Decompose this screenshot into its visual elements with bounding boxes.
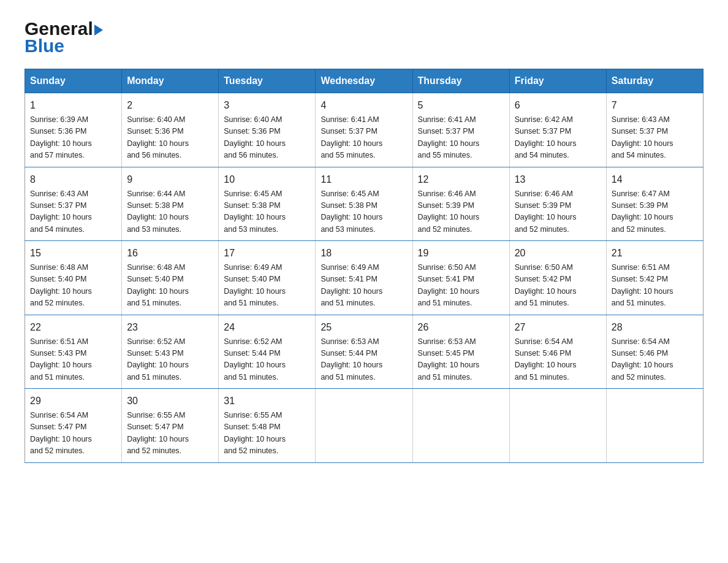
calendar-cell	[606, 389, 703, 463]
day-number: 2	[127, 98, 213, 113]
day-number: 31	[224, 394, 310, 408]
logo-blue-text: Blue	[25, 36, 64, 56]
day-number: 11	[320, 172, 407, 187]
calendar-cell: 24Sunrise: 6:52 AMSunset: 5:44 PMDayligh…	[219, 315, 316, 389]
weekday-header-saturday: Saturday	[606, 69, 703, 93]
calendar-table: SundayMondayTuesdayWednesdayThursdayFrid…	[25, 69, 703, 463]
calendar-cell: 17Sunrise: 6:49 AMSunset: 5:40 PMDayligh…	[219, 241, 316, 315]
weekday-header-friday: Friday	[509, 69, 606, 93]
week-row-5: 29Sunrise: 6:54 AMSunset: 5:47 PMDayligh…	[25, 389, 703, 463]
calendar-cell: 3Sunrise: 6:40 AMSunset: 5:36 PMDaylight…	[219, 93, 316, 167]
calendar-cell: 10Sunrise: 6:45 AMSunset: 5:38 PMDayligh…	[219, 167, 316, 241]
calendar-cell	[316, 389, 412, 463]
day-number: 19	[418, 246, 504, 261]
day-number: 30	[127, 394, 213, 408]
day-number: 25	[320, 320, 407, 335]
day-info: Sunrise: 6:53 AMSunset: 5:45 PMDaylight:…	[418, 337, 480, 381]
calendar-cell: 29Sunrise: 6:54 AMSunset: 5:47 PMDayligh…	[25, 389, 122, 463]
day-info: Sunrise: 6:50 AMSunset: 5:42 PMDaylight:…	[515, 263, 577, 307]
day-number: 18	[320, 246, 407, 261]
day-info: Sunrise: 6:50 AMSunset: 5:41 PMDaylight:…	[418, 263, 480, 307]
day-number: 1	[30, 98, 116, 113]
calendar-cell: 23Sunrise: 6:52 AMSunset: 5:43 PMDayligh…	[122, 315, 219, 389]
day-info: Sunrise: 6:54 AMSunset: 5:46 PMDaylight:…	[515, 337, 577, 381]
day-number: 27	[515, 320, 601, 335]
weekday-header-wednesday: Wednesday	[316, 69, 412, 93]
day-info: Sunrise: 6:43 AMSunset: 5:37 PMDaylight:…	[30, 190, 92, 234]
calendar-cell: 26Sunrise: 6:53 AMSunset: 5:45 PMDayligh…	[412, 315, 509, 389]
calendar-cell: 22Sunrise: 6:51 AMSunset: 5:43 PMDayligh…	[25, 315, 122, 389]
day-info: Sunrise: 6:47 AMSunset: 5:39 PMDaylight:…	[612, 190, 673, 234]
day-number: 29	[30, 394, 116, 408]
week-row-3: 15Sunrise: 6:48 AMSunset: 5:40 PMDayligh…	[25, 241, 703, 315]
day-number: 16	[127, 246, 213, 261]
weekday-header-thursday: Thursday	[412, 69, 509, 93]
day-info: Sunrise: 6:51 AMSunset: 5:42 PMDaylight:…	[612, 263, 673, 307]
day-info: Sunrise: 6:48 AMSunset: 5:40 PMDaylight:…	[127, 263, 189, 307]
day-info: Sunrise: 6:55 AMSunset: 5:48 PMDaylight:…	[224, 411, 286, 455]
day-info: Sunrise: 6:43 AMSunset: 5:37 PMDaylight:…	[612, 115, 673, 159]
calendar-cell: 27Sunrise: 6:54 AMSunset: 5:46 PMDayligh…	[509, 315, 606, 389]
week-row-4: 22Sunrise: 6:51 AMSunset: 5:43 PMDayligh…	[25, 315, 703, 389]
day-number: 23	[127, 320, 213, 335]
calendar-cell: 28Sunrise: 6:54 AMSunset: 5:46 PMDayligh…	[606, 315, 703, 389]
day-number: 10	[224, 172, 310, 187]
calendar-cell	[509, 389, 606, 463]
day-info: Sunrise: 6:40 AMSunset: 5:36 PMDaylight:…	[127, 115, 189, 159]
day-number: 7	[612, 98, 698, 113]
day-info: Sunrise: 6:40 AMSunset: 5:36 PMDaylight:…	[224, 115, 286, 159]
day-info: Sunrise: 6:54 AMSunset: 5:47 PMDaylight:…	[30, 411, 92, 455]
day-number: 4	[320, 98, 407, 113]
calendar-cell: 19Sunrise: 6:50 AMSunset: 5:41 PMDayligh…	[412, 241, 509, 315]
calendar-cell: 6Sunrise: 6:42 AMSunset: 5:37 PMDaylight…	[509, 93, 606, 167]
day-number: 6	[515, 98, 601, 113]
day-number: 14	[612, 172, 698, 187]
calendar-cell: 18Sunrise: 6:49 AMSunset: 5:41 PMDayligh…	[316, 241, 412, 315]
calendar-cell: 20Sunrise: 6:50 AMSunset: 5:42 PMDayligh…	[509, 241, 606, 315]
day-info: Sunrise: 6:52 AMSunset: 5:44 PMDaylight:…	[224, 337, 286, 381]
day-info: Sunrise: 6:41 AMSunset: 5:37 PMDaylight:…	[320, 115, 382, 159]
day-info: Sunrise: 6:49 AMSunset: 5:41 PMDaylight:…	[320, 263, 382, 307]
calendar-cell: 5Sunrise: 6:41 AMSunset: 5:37 PMDaylight…	[412, 93, 509, 167]
weekday-header-monday: Monday	[122, 69, 219, 93]
day-info: Sunrise: 6:46 AMSunset: 5:39 PMDaylight:…	[515, 190, 577, 234]
day-number: 28	[612, 320, 698, 335]
weekday-header-tuesday: Tuesday	[219, 69, 316, 93]
day-number: 17	[224, 246, 310, 261]
day-info: Sunrise: 6:48 AMSunset: 5:40 PMDaylight:…	[30, 263, 92, 307]
day-number: 8	[30, 172, 116, 187]
week-row-1: 1Sunrise: 6:39 AMSunset: 5:36 PMDaylight…	[25, 93, 703, 167]
day-number: 20	[515, 246, 601, 261]
day-number: 15	[30, 246, 116, 261]
calendar-cell: 13Sunrise: 6:46 AMSunset: 5:39 PMDayligh…	[509, 167, 606, 241]
calendar-cell: 15Sunrise: 6:48 AMSunset: 5:40 PMDayligh…	[25, 241, 122, 315]
calendar-cell: 21Sunrise: 6:51 AMSunset: 5:42 PMDayligh…	[606, 241, 703, 315]
day-number: 9	[127, 172, 213, 187]
day-number: 26	[418, 320, 504, 335]
day-info: Sunrise: 6:45 AMSunset: 5:38 PMDaylight:…	[320, 190, 382, 234]
day-info: Sunrise: 6:53 AMSunset: 5:44 PMDaylight:…	[320, 337, 382, 381]
page-header: General Blue	[25, 18, 703, 56]
calendar-cell: 12Sunrise: 6:46 AMSunset: 5:39 PMDayligh…	[412, 167, 509, 241]
day-number: 24	[224, 320, 310, 335]
calendar-cell: 25Sunrise: 6:53 AMSunset: 5:44 PMDayligh…	[316, 315, 412, 389]
day-info: Sunrise: 6:49 AMSunset: 5:40 PMDaylight:…	[224, 263, 286, 307]
calendar-cell: 11Sunrise: 6:45 AMSunset: 5:38 PMDayligh…	[316, 167, 412, 241]
day-info: Sunrise: 6:52 AMSunset: 5:43 PMDaylight:…	[127, 337, 189, 381]
weekday-header-sunday: Sunday	[25, 69, 122, 93]
calendar-cell: 7Sunrise: 6:43 AMSunset: 5:37 PMDaylight…	[606, 93, 703, 167]
calendar-cell: 2Sunrise: 6:40 AMSunset: 5:36 PMDaylight…	[122, 93, 219, 167]
logo-arrow-icon	[94, 25, 103, 36]
calendar-cell: 8Sunrise: 6:43 AMSunset: 5:37 PMDaylight…	[25, 167, 122, 241]
calendar-cell: 4Sunrise: 6:41 AMSunset: 5:37 PMDaylight…	[316, 93, 412, 167]
calendar-cell	[412, 389, 509, 463]
day-info: Sunrise: 6:55 AMSunset: 5:47 PMDaylight:…	[127, 411, 189, 455]
weekday-header-row: SundayMondayTuesdayWednesdayThursdayFrid…	[25, 69, 703, 93]
day-number: 13	[515, 172, 601, 187]
calendar-cell: 14Sunrise: 6:47 AMSunset: 5:39 PMDayligh…	[606, 167, 703, 241]
calendar-cell: 31Sunrise: 6:55 AMSunset: 5:48 PMDayligh…	[219, 389, 316, 463]
day-info: Sunrise: 6:44 AMSunset: 5:38 PMDaylight:…	[127, 190, 189, 234]
day-number: 3	[224, 98, 310, 113]
day-info: Sunrise: 6:42 AMSunset: 5:37 PMDaylight:…	[515, 115, 577, 159]
day-info: Sunrise: 6:51 AMSunset: 5:43 PMDaylight:…	[30, 337, 92, 381]
